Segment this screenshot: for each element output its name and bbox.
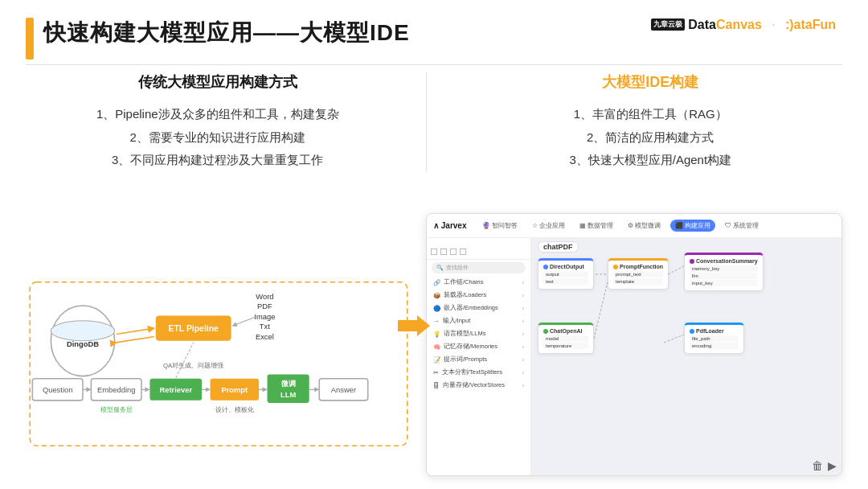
memories-icon: 🧠 [433, 343, 440, 351]
pipeline-diagram: DingoDB ETL Pipeline Word PDF Image Txt … [26, 217, 411, 473]
chevron-icon-5: › [522, 344, 524, 350]
datacanvas-logo: 九章云极 DataCanvas [651, 18, 762, 32]
loaders-icon: 📦 [433, 292, 440, 299]
sidebar-icon-3[interactable]: ◻ [449, 245, 457, 257]
nine-clouds-label: 九章云极 [651, 18, 685, 31]
chevron-icon-8: › [522, 383, 524, 388]
menu-llms[interactable]: 💡 语言模型/LLMs › [427, 327, 530, 340]
prompts-icon: 📝 [433, 356, 440, 364]
svg-line-40 [664, 335, 684, 343]
ide-navbar: ∧ Jarvex 🔮 智问智答 ☆ 企业应用 ▦ 数据管理 ⚙ 模型微调 ⬛ 构… [427, 214, 841, 238]
accent-bar [26, 18, 34, 60]
search-icon: 🔍 [436, 265, 444, 271]
node-dot-1 [543, 265, 548, 269]
svg-text:模型服务层: 模型服务层 [100, 405, 133, 413]
page-title: 快速构建大模型应用——大模型IDE [43, 18, 410, 48]
llms-icon: 💡 [433, 331, 440, 338]
menu-embeddings[interactable]: 🔵 嵌入器/Embeddings › [427, 302, 530, 314]
svg-text:微调: 微调 [280, 379, 296, 388]
svg-text:Embedding: Embedding [97, 385, 135, 394]
arrow-svg [398, 314, 430, 338]
svg-line-7 [117, 337, 154, 343]
header-divider [26, 64, 842, 65]
right-col-title: 大模型IDE构建 [459, 72, 843, 92]
menu-loaders[interactable]: 📦 装载器/Loaders › [427, 289, 530, 302]
datafun-logo: :)ataFun [785, 18, 836, 32]
chevron-icon-6: › [522, 357, 524, 363]
svg-text:Question: Question [43, 385, 73, 394]
sidebar-icon-2[interactable]: ◻ [440, 245, 448, 257]
ide-mockup: ∧ Jarvex 🔮 智问智答 ☆ 企业应用 ▦ 数据管理 ⚙ 模型微调 ⬛ 构… [426, 213, 842, 476]
menu-chains[interactable]: 🔗 工作链/Chains › [427, 276, 530, 289]
right-item-2: 2、简洁的应用构建方式 [459, 126, 843, 150]
svg-text:Word: Word [256, 292, 273, 301]
nav-data[interactable]: ▦ 数据管理 [575, 220, 618, 232]
vectorstores-icon: 🗄 [433, 382, 440, 389]
ide-body: ◻ ◻ ◻ ◻ 🔍 查找组件 🔗 工作链/Chains › 📦 装载器/Load… [427, 238, 841, 475]
svg-line-32 [176, 343, 194, 378]
chevron-icon-4: › [522, 331, 524, 337]
right-column: 大模型IDE构建 1、丰富的组件工具（RAG） 2、简洁的应用构建方式 3、快速… [427, 72, 843, 172]
node-dot-3 [543, 329, 548, 334]
svg-text:Prompt: Prompt [221, 385, 248, 394]
ide-sidebar: ◻ ◻ ◻ ◻ 🔍 查找组件 🔗 工作链/Chains › 📦 装载器/Load… [427, 238, 531, 475]
ide-logo: ∧ Jarvex [433, 221, 466, 230]
menu-vectorstores[interactable]: 🗄 向量存储/VectorStores › [427, 379, 530, 392]
svg-text:ETL Pipeline: ETL Pipeline [169, 324, 219, 333]
svg-line-13 [233, 315, 259, 326]
left-item-1: 1、Pipeline涉及众多的组件和工具，构建复杂 [26, 103, 410, 126]
menu-splitters[interactable]: ✂ 文本分割/TextSplitters › [427, 366, 530, 379]
ide-canvas: chatPDF DirectOutput output text PromptF… [531, 238, 841, 475]
logos: 九章云极 DataCanvas · :)ataFun [651, 16, 836, 33]
run-icon[interactable]: ▶ [828, 459, 837, 472]
embeddings-icon: 🔵 [433, 305, 440, 312]
node-directoutput[interactable]: DirectOutput output text [538, 258, 594, 290]
node-conversationsummary[interactable]: ConversationSummary memory_key llm input… [684, 253, 764, 291]
nav-build[interactable]: ⬛ 构建应用 [670, 220, 715, 232]
nav-model[interactable]: ⚙ 模型微调 [623, 220, 665, 232]
svg-text:Answer: Answer [331, 385, 356, 394]
left-item-3: 3、不同应用构建过程涉及大量重复工作 [26, 149, 410, 172]
svg-line-39 [594, 282, 608, 339]
chevron-icon-2: › [522, 306, 524, 311]
input-icon: → [433, 318, 440, 325]
nav-qiye[interactable]: ☆ 企业应用 [527, 220, 570, 232]
transition-arrow [398, 314, 430, 341]
chains-icon: 🔗 [433, 279, 440, 286]
nav-zhiwen[interactable]: 🔮 智问智答 [477, 220, 522, 232]
pipeline-svg: DingoDB ETL Pipeline Word PDF Image Txt … [26, 217, 411, 473]
sidebar-icon-1[interactable]: ◻ [430, 245, 438, 257]
logo-divider: · [772, 16, 776, 33]
svg-text:PDF: PDF [257, 302, 272, 310]
chevron-icon-0: › [522, 280, 524, 286]
svg-line-6 [117, 328, 154, 334]
main-columns: 传统大模型应用构建方式 1、Pipeline涉及众多的组件和工具，构建复杂 2、… [26, 72, 842, 172]
svg-text:Txt: Txt [260, 322, 270, 331]
sidebar-icon-4[interactable]: ◻ [459, 245, 467, 257]
svg-text:QA对生成、问题增强: QA对生成、问题增强 [163, 362, 223, 369]
search-bar[interactable]: 🔍 查找组件 [432, 262, 526, 273]
node-promptfunction[interactable]: PromptFunction prompt_text template [608, 258, 669, 290]
node-dot-5 [690, 329, 694, 334]
nav-sys[interactable]: 🛡 系统管理 [720, 220, 764, 232]
svg-point-2 [51, 321, 114, 341]
right-item-1: 1、丰富的组件工具（RAG） [459, 103, 843, 126]
svg-text:DingoDB: DingoDB [67, 339, 99, 348]
svg-text:Excel: Excel [256, 332, 274, 341]
svg-line-38 [668, 266, 684, 274]
svg-text:设计、模板化: 设计、模板化 [215, 405, 254, 413]
canvas-actions: 🗑 ▶ [812, 459, 837, 472]
left-col-title: 传统大模型应用构建方式 [26, 72, 410, 92]
node-dot-2 [613, 265, 618, 269]
right-item-3: 3、快速大模型应用/Agent构建 [459, 149, 843, 172]
svg-marker-36 [398, 315, 430, 336]
menu-input[interactable]: → 输入/Input › [427, 314, 530, 327]
node-chatopenai[interactable]: ChatOpenAI model temperature [538, 323, 594, 354]
menu-memories[interactable]: 🧠 记忆存储/Memories › [427, 340, 530, 353]
trash-icon[interactable]: 🗑 [812, 459, 823, 472]
node-pdfloader[interactable]: PdfLoader file_path encoding [684, 323, 744, 354]
datacanvas-text: DataCanvas [688, 18, 762, 32]
left-column: 传统大模型应用构建方式 1、Pipeline涉及众多的组件和工具，构建复杂 2、… [26, 72, 427, 172]
menu-prompts[interactable]: 📝 提示词/Prompts › [427, 353, 530, 366]
chevron-icon-3: › [522, 318, 524, 324]
